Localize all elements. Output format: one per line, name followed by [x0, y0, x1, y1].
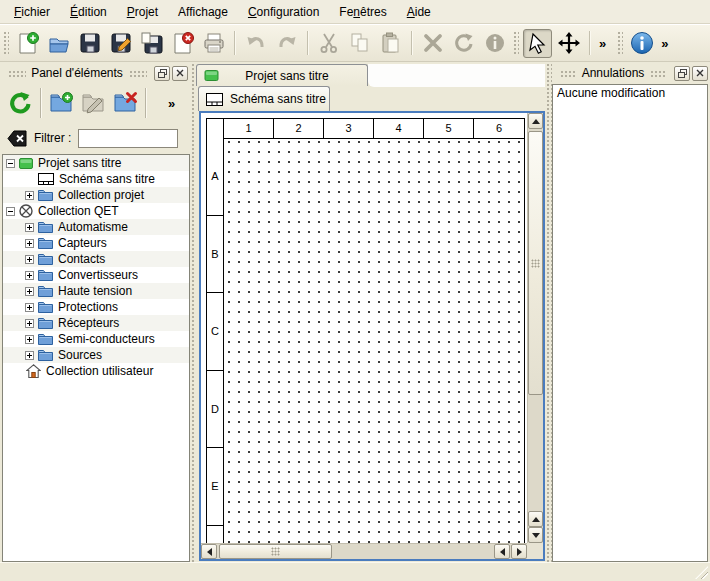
save-all-button[interactable]	[137, 29, 166, 58]
elements-panel-titlebar[interactable]: Panel d'éléments	[0, 62, 190, 82]
select-tool-button[interactable]	[523, 29, 552, 58]
expand-expander-icon[interactable]	[25, 271, 34, 280]
tree-item-label: Haute tension	[58, 283, 132, 299]
tree-item-label: Projet sans titre	[38, 155, 121, 171]
dock-drag-grip[interactable]	[7, 69, 26, 78]
folder-icon	[38, 301, 53, 313]
tab-projet-sans-titre[interactable]: Projet sans titre	[196, 64, 368, 86]
horizontal-scroll-thumb[interactable]	[219, 544, 332, 559]
tree-item-protections[interactable]: Protections	[3, 299, 189, 315]
undo-panel-titlebar[interactable]: Annulations	[552, 62, 710, 82]
print-button[interactable]	[199, 29, 228, 58]
scroll-right-button[interactable]	[511, 544, 527, 559]
filter-input[interactable]	[78, 129, 178, 148]
float-panel-button[interactable]	[674, 66, 690, 81]
collapse-expander-icon[interactable]	[6, 159, 15, 168]
menu-fenetres[interactable]: Fenêtres	[329, 1, 396, 23]
menu-aide[interactable]: Aide	[397, 1, 441, 23]
status-bar	[0, 562, 710, 581]
dock-drag-grip[interactable]	[649, 69, 667, 78]
panel-toolbar-overflow-button[interactable]: »	[168, 96, 175, 111]
copy-button[interactable]	[345, 29, 374, 58]
clear-filter-icon[interactable]	[7, 130, 27, 147]
delete-category-button[interactable]	[109, 87, 141, 119]
cut-button[interactable]	[314, 29, 343, 58]
open-file-button[interactable]	[44, 29, 73, 58]
tree-item-collection-utilisateur[interactable]: Collection utilisateur	[3, 363, 189, 379]
tree-item-collection-projet[interactable]: Collection projet	[3, 187, 189, 203]
tree-item-capteurs[interactable]: Capteurs	[3, 235, 189, 251]
menu-projet[interactable]: Projet	[117, 1, 168, 23]
horizontal-scrollbar[interactable]	[201, 543, 527, 559]
tree-item-projet-sans-titre[interactable]: Projet sans titre	[3, 155, 189, 171]
scroll-up-button-2[interactable]	[528, 511, 543, 527]
scroll-up-button[interactable]	[528, 113, 543, 129]
menu-fichier[interactable]: Fichier	[4, 1, 60, 23]
undo-button[interactable]	[241, 29, 270, 58]
edit-category-button[interactable]	[77, 87, 109, 119]
expand-expander-icon[interactable]	[25, 255, 34, 264]
folder-icon	[38, 221, 53, 233]
paste-button[interactable]	[376, 29, 405, 58]
expand-expander-icon[interactable]	[25, 351, 34, 360]
dock-drag-grip[interactable]	[128, 69, 147, 78]
scroll-left-button[interactable]	[201, 544, 217, 559]
filter-row: Filtrer :	[0, 124, 190, 152]
tree-item-recepteurs[interactable]: Récepteurs	[3, 315, 189, 331]
scroll-left-button-2[interactable]	[494, 544, 510, 559]
menu-affichage[interactable]: Affichage	[168, 1, 238, 23]
menu-edition[interactable]: Édition	[60, 1, 117, 23]
save-button[interactable]	[75, 29, 104, 58]
right-splitter[interactable]	[545, 62, 552, 562]
panel-toolbar-separator	[40, 88, 41, 118]
info-button[interactable]	[480, 29, 509, 58]
window-resize-grip[interactable]	[695, 566, 708, 579]
toolbar-overflow-button[interactable]: »	[657, 36, 672, 51]
tree-item-automatisme[interactable]: Automatisme	[3, 219, 189, 235]
new-category-button[interactable]	[45, 87, 77, 119]
tab-schema-sans-titre[interactable]: Schéma sans titre	[198, 86, 330, 111]
save-as-button[interactable]	[106, 29, 135, 58]
schema-canvas[interactable]: 1 2 3 4 5 6 A B C D E	[201, 113, 527, 543]
tree-item-convertisseurs[interactable]: Convertisseurs	[3, 267, 189, 283]
vertical-scroll-thumb[interactable]	[528, 131, 543, 395]
toolbar-overflow-button[interactable]: »	[595, 36, 610, 51]
new-file-button[interactable]	[13, 29, 42, 58]
rotate-button[interactable]	[449, 29, 478, 58]
close-icon	[696, 69, 704, 77]
tree-item-schema-sans-titre[interactable]: Schéma sans titre	[3, 171, 189, 187]
toolbar-drag-handle[interactable]	[2, 30, 9, 56]
menu-configuration[interactable]: Configuration	[238, 1, 329, 23]
tree-item-contacts[interactable]: Contacts	[3, 251, 189, 267]
toolbar-drag-handle[interactable]	[512, 30, 519, 56]
expand-expander-icon[interactable]	[25, 319, 34, 328]
expand-expander-icon[interactable]	[25, 191, 34, 200]
row-header: B	[207, 216, 223, 294]
tree-item-sources[interactable]: Sources	[3, 347, 189, 363]
dock-drag-grip[interactable]	[559, 69, 577, 78]
reload-collections-button[interactable]	[4, 87, 36, 119]
scroll-down-button[interactable]	[528, 527, 543, 543]
about-button[interactable]	[627, 29, 656, 58]
expand-expander-icon[interactable]	[25, 223, 34, 232]
redo-button[interactable]	[272, 29, 301, 58]
close-panel-button[interactable]	[692, 66, 708, 81]
save-icon	[78, 31, 102, 55]
vertical-scrollbar[interactable]	[527, 113, 543, 543]
expand-expander-icon[interactable]	[25, 335, 34, 344]
float-panel-button[interactable]	[154, 66, 170, 81]
tree-item-haute-tension[interactable]: Haute tension	[3, 283, 189, 299]
tree-item-collection-qet[interactable]: Collection QET	[3, 203, 189, 219]
expand-expander-icon[interactable]	[25, 303, 34, 312]
collapse-expander-icon[interactable]	[6, 207, 15, 216]
toolbar-drag-handle[interactable]	[616, 30, 623, 56]
close-file-button[interactable]	[168, 29, 197, 58]
tree-item-semi-conducteurs[interactable]: Semi-conducteurs	[3, 331, 189, 347]
expand-expander-icon[interactable]	[25, 239, 34, 248]
undo-list-item[interactable]: Aucune modification	[553, 85, 707, 102]
project-tab-label: Projet sans titre	[197, 69, 367, 83]
close-panel-button[interactable]	[172, 66, 188, 81]
expand-expander-icon[interactable]	[25, 287, 34, 296]
delete-button[interactable]	[418, 29, 447, 58]
move-tool-button[interactable]	[554, 29, 583, 58]
